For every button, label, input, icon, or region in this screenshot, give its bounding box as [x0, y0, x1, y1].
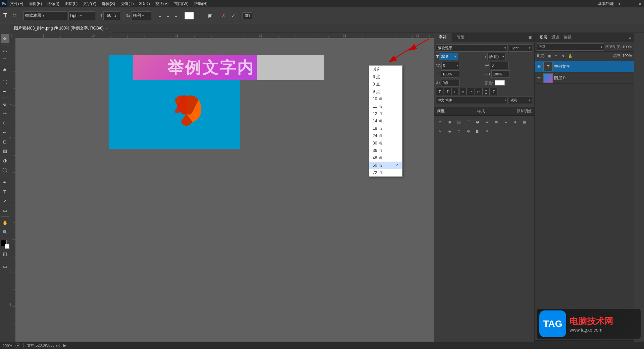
menu-edit[interactable]: 编辑(E)	[26, 0, 45, 7]
3d-btn[interactable]: 3D	[243, 12, 252, 19]
photo-filter-btn[interactable]: ▦	[521, 118, 529, 126]
confirm-transform-btn[interactable]: ✓	[229, 11, 237, 20]
shape-tool[interactable]: ▭	[1, 206, 9, 215]
healing-tool[interactable]: ⊕	[1, 100, 9, 108]
clone-tool[interactable]: ⊙	[1, 118, 9, 127]
channel-mixer-btn[interactable]: ≈	[436, 127, 444, 135]
cp-tracking-field[interactable]: 0	[490, 62, 508, 69]
fsd-12pt[interactable]: 12 点	[369, 110, 402, 117]
eyedropper-tool[interactable]: ✒	[1, 87, 9, 96]
fsd-60pt[interactable]: 60 点 ✓	[369, 162, 402, 169]
cancel-transform-btn[interactable]: ✗	[219, 11, 228, 20]
fontsize-dropdown[interactable]: 其它 6 点 8 点 9 点 10 点 11 点 12 点 14 点 18 点 …	[369, 65, 402, 177]
menu-layer[interactable]: 图层(L)	[62, 0, 80, 7]
layers-tab[interactable]: 图层	[537, 35, 549, 40]
eraser-tool[interactable]: ◻	[1, 137, 9, 146]
crop-tool[interactable]: ⛶	[1, 78, 9, 86]
fsd-8pt[interactable]: 8 点	[369, 80, 402, 88]
smallcaps-btn[interactable]: Tt	[459, 88, 467, 95]
hand-tool[interactable]: ✋	[1, 218, 9, 227]
close-button[interactable]: ✕	[637, 1, 643, 6]
char-panel-btn[interactable]: ▣	[206, 11, 214, 20]
cp-baseline-field[interactable]: 0点	[441, 79, 460, 86]
menu-file[interactable]: 文件(F)	[7, 0, 26, 7]
vibrance-adj-btn[interactable]: ≋	[483, 118, 491, 126]
brightness-adj-btn[interactable]: ☀	[436, 118, 444, 126]
warp-text-btn[interactable]: ⌒	[195, 11, 205, 20]
brush-tool[interactable]: ✏	[1, 109, 9, 118]
cp-font-style-field[interactable]: Light ▾	[509, 44, 532, 52]
bw-adj-btn[interactable]: ◈	[511, 118, 519, 126]
layer-text-eye-icon[interactable]: 👁	[536, 64, 542, 69]
colorbalance-adj-btn[interactable]: ≡	[502, 118, 510, 126]
fsd-72pt[interactable]: 72 点	[369, 169, 402, 176]
text-color-swatch-cp[interactable]	[495, 80, 505, 85]
fsd-other[interactable]: 其它	[369, 66, 402, 73]
char-tab[interactable]: 字符	[434, 33, 452, 42]
fsd-10pt[interactable]: 10 点	[369, 95, 402, 103]
layer-image-eye-icon[interactable]: 👁	[536, 76, 542, 80]
layers-menu-icon[interactable]: ≡	[629, 36, 631, 40]
invert-adj-btn[interactable]: ⊙	[455, 127, 463, 135]
gradient-map-btn[interactable]: ❖	[483, 127, 491, 135]
font-style-dropdown[interactable]: Light ▾	[68, 11, 95, 20]
history-brush-tool[interactable]: ↩	[1, 128, 9, 136]
char-panel-menu-icon[interactable]: ≡	[526, 35, 534, 41]
threshold-adj-btn[interactable]: ◧	[474, 127, 482, 135]
fsd-24pt[interactable]: 24 点	[369, 132, 402, 139]
fsd-6pt[interactable]: 6 点	[369, 73, 402, 80]
curves-adj-btn[interactable]: ⌒	[464, 118, 472, 126]
maximize-button[interactable]: □	[631, 1, 637, 6]
lock-position-btn[interactable]: ✥	[560, 53, 566, 59]
italic-btn[interactable]: T	[444, 88, 451, 95]
move-tool[interactable]: ✥	[1, 34, 9, 43]
menu-filter[interactable]: 滤镜(T)	[118, 0, 136, 7]
channels-tab[interactable]: 通道	[549, 35, 561, 40]
cp-kerning-field[interactable]: 0 ▾	[441, 62, 460, 69]
fsd-30pt[interactable]: 30 点	[369, 139, 402, 147]
cp-font-size-field[interactable]: 30.5 ▾	[439, 53, 458, 60]
lock-transparency-btn[interactable]: ▣	[546, 53, 552, 59]
subscript-btn[interactable]: T+	[475, 88, 482, 95]
adjustments-style-tab[interactable]: 样式	[477, 108, 485, 114]
zoom-tool[interactable]: 🔍	[1, 228, 9, 236]
screen-mode-btn[interactable]: ▭	[1, 262, 9, 271]
align-left-btn[interactable]: ≡	[156, 11, 163, 20]
tab-close-btn[interactable]: ×	[106, 26, 108, 30]
quick-select-tool[interactable]: ✱	[1, 65, 9, 74]
uppercase-btn[interactable]: TT	[451, 88, 459, 95]
menu-view[interactable]: 视图(V)	[153, 0, 171, 7]
posterize-adj-btn[interactable]: ⊛	[464, 127, 472, 135]
quick-mask-btn[interactable]: ◱	[1, 249, 9, 258]
text-tool[interactable]: T	[1, 187, 9, 196]
menu-image[interactable]: 图像(I)	[45, 0, 62, 7]
align-right-btn[interactable]: ≡	[173, 11, 179, 20]
exposure-adj-btn[interactable]: ◕	[474, 118, 482, 126]
paths-tab[interactable]: 路径	[561, 35, 574, 40]
blur-tool[interactable]: ◑	[1, 156, 9, 165]
levels-adj-btn[interactable]: ▤	[455, 118, 463, 126]
blend-mode-select[interactable]: 正常 ▾	[537, 43, 604, 51]
fg-color-swatch[interactable]	[1, 240, 9, 249]
layer-item-text[interactable]: 👁 T 举例文字	[535, 61, 634, 72]
text-tool-icon[interactable]: T	[1, 11, 9, 20]
lasso-tool[interactable]: ⌒	[1, 56, 9, 65]
cp-h-scale-field[interactable]: 100%	[491, 70, 510, 78]
add-adjustment-label[interactable]: 添加调整	[517, 109, 532, 114]
fsd-11pt[interactable]: 11 点	[369, 103, 402, 110]
paragraph-tab[interactable]: 段落	[452, 33, 470, 42]
workspace-label[interactable]: 基本功能	[595, 1, 616, 7]
font-family-dropdown[interactable]: 微软雅黑 ▾	[23, 11, 67, 20]
gradient-tool[interactable]: ▤	[1, 147, 9, 155]
strikethrough-btn[interactable]: T	[490, 88, 497, 95]
hsl-adj-btn[interactable]: ⊞	[492, 118, 500, 126]
fsd-9pt[interactable]: 9 点	[369, 88, 402, 95]
menu-select[interactable]: 选择(S)	[99, 0, 118, 7]
expand-icon[interactable]: ▾	[617, 2, 622, 6]
align-center-btn[interactable]: ≡	[164, 11, 171, 20]
lock-all-btn[interactable]: 🔒	[567, 53, 573, 59]
path-select-tool[interactable]: ↗	[1, 196, 9, 205]
fsd-48pt[interactable]: 48 点	[369, 154, 402, 162]
menu-text[interactable]: 文字(Y)	[80, 0, 99, 7]
cp-v-scale-field[interactable]: 100%	[441, 70, 459, 78]
